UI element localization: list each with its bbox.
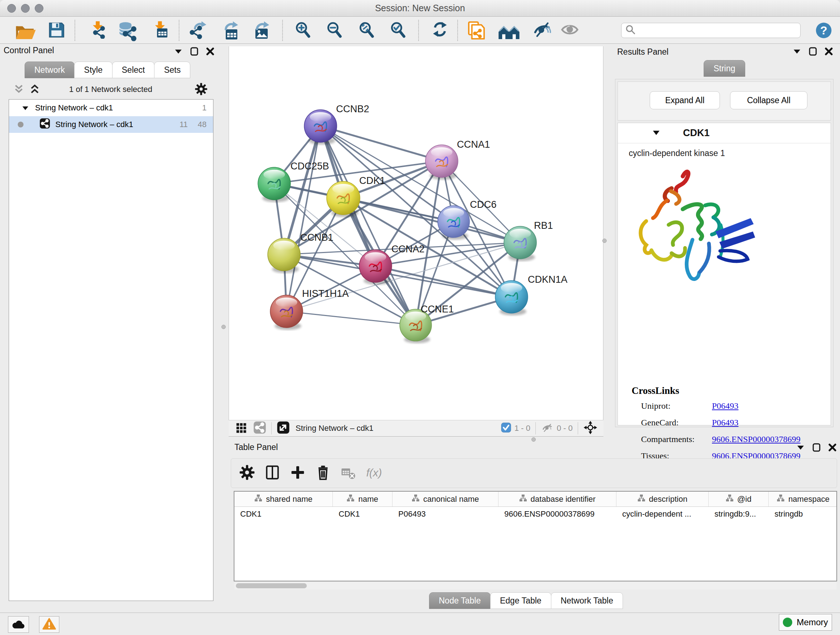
float-panel-icon[interactable] [190, 47, 198, 56]
string-home-button[interactable] [498, 21, 520, 41]
edge-CCNB2-CCNA1[interactable] [321, 126, 442, 161]
column-header-canonical-name[interactable]: canonical name [393, 492, 499, 507]
zoom-fit-button[interactable] [357, 21, 376, 41]
close-panel-icon[interactable] [206, 48, 214, 55]
zoom-out-icon [325, 35, 344, 41]
table-cell[interactable]: CDK1 [234, 507, 333, 521]
add-column-icon[interactable] [290, 464, 306, 482]
table-row[interactable]: CDK1CDK1P064939606.ENSP00000378699cyclin… [234, 507, 836, 521]
copy-network-button[interactable] [467, 21, 486, 41]
collapse-all-button[interactable]: Collapse All [730, 91, 807, 109]
export-image-button[interactable] [250, 21, 271, 41]
column-header-shared-name[interactable]: shared name [234, 492, 333, 507]
warning-icon [42, 618, 56, 631]
close-panel-icon[interactable] [825, 48, 833, 55]
crosslink-label: Uniprot: [641, 401, 712, 411]
import-table-button[interactable] [151, 21, 169, 41]
tab-edge-table[interactable]: Edge Table [490, 592, 551, 609]
network-row-selected[interactable]: String Network – cdk1 11 48 [9, 116, 213, 133]
node-HIST1H1A[interactable] [270, 295, 303, 330]
float-panel-icon[interactable] [813, 443, 821, 452]
table-cell[interactable]: cyclin-dependent ... [616, 507, 709, 521]
warning-status-button[interactable] [39, 616, 59, 633]
network-options-gear-icon[interactable] [195, 82, 208, 97]
collapse-panel-icon[interactable] [793, 49, 801, 54]
tree-expand-icon[interactable] [22, 103, 28, 112]
memory-button[interactable]: Memory [779, 614, 832, 631]
network-collection-row[interactable]: String Network – cdk1 1 [9, 100, 213, 116]
gene-header-row[interactable]: CDK1 [618, 123, 831, 143]
left-splitter-handle[interactable] [221, 325, 226, 329]
crosslink-link[interactable]: P06493 [712, 401, 738, 410]
edge-HIST1H1A-CCNE1[interactable] [286, 311, 416, 325]
refresh-network-button[interactable] [431, 21, 448, 41]
node-CDK1[interactable] [327, 181, 360, 217]
hidden-eye-icon[interactable] [541, 422, 554, 435]
search-input[interactable] [639, 26, 800, 35]
tab-style[interactable]: Style [74, 62, 112, 78]
node-CCNA1[interactable] [425, 145, 458, 180]
detach-view-icon[interactable] [277, 421, 290, 435]
node-table: shared namenamecanonical namedatabase id… [234, 491, 837, 581]
tab-sets[interactable]: Sets [154, 62, 190, 78]
pan-crosshair-icon[interactable] [583, 420, 598, 436]
collapse-panel-icon[interactable] [797, 445, 805, 450]
network-canvas[interactable]: CCNB2CCNA1CDC25BCDK1CDC6RB1CCNB1CCNA2CDK… [229, 46, 603, 420]
zoom-out-button[interactable] [325, 21, 344, 41]
table-cell[interactable]: stringdb:9... [709, 507, 769, 521]
toolbar-separator [457, 20, 458, 41]
table-cell[interactable]: CDK1 [333, 507, 393, 521]
right-splitter-handle[interactable] [602, 239, 607, 243]
node-RB1[interactable] [504, 226, 537, 261]
selected-counts: 1 - 0 [515, 424, 531, 433]
expand-all-button[interactable]: Expand All [650, 91, 720, 109]
column-header-database-identifier[interactable]: database identifier [499, 492, 616, 507]
zoom-in-button[interactable] [294, 21, 313, 41]
help-button[interactable]: ? [815, 21, 833, 41]
column-header-namespace[interactable]: namespace [769, 492, 837, 507]
zoom-selected-button[interactable] [389, 21, 408, 41]
node-CDC25B[interactable] [258, 167, 291, 202]
edge-CCNB2-HIST1H1A[interactable] [286, 126, 321, 311]
node-CDKN1A[interactable] [495, 280, 528, 315]
open-session-button[interactable] [14, 21, 37, 41]
table-cell[interactable]: 9606.ENSP00000378699 [499, 507, 616, 521]
node-CCNA2[interactable] [359, 250, 392, 285]
show-all-button[interactable] [561, 21, 579, 41]
column-header--id[interactable]: @id [709, 492, 769, 507]
bottom-splitter-handle[interactable] [531, 437, 536, 442]
table-cell[interactable]: stringdb [769, 507, 837, 521]
split-columns-icon[interactable] [264, 464, 280, 482]
collapse-panel-icon[interactable] [174, 49, 182, 54]
tab-network-table[interactable]: Network Table [551, 592, 623, 609]
close-panel-icon[interactable] [829, 443, 836, 451]
table-cell[interactable]: P06493 [393, 507, 499, 521]
node-CCNB1[interactable] [268, 238, 300, 273]
delete-column-icon[interactable] [315, 464, 331, 482]
crosslink-link[interactable]: P06493 [712, 418, 738, 427]
tab-select[interactable]: Select [112, 62, 155, 78]
table-horizontal-scrollbar[interactable] [234, 582, 836, 589]
titlebar: Session: New Session [0, 0, 840, 17]
cloud-status-button[interactable] [8, 616, 29, 633]
main-toolbar: ? [0, 17, 840, 44]
tab-node-table[interactable]: Node Table [429, 592, 491, 609]
selected-checkbox-icon[interactable] [501, 422, 512, 434]
import-network-button[interactable] [89, 21, 107, 41]
column-header-description[interactable]: description [616, 492, 709, 507]
scrollbar-thumb[interactable] [236, 583, 307, 588]
export-network-button[interactable] [189, 21, 208, 41]
column-header-name[interactable]: name [333, 492, 393, 507]
tab-network[interactable]: Network [25, 62, 74, 78]
export-table-button[interactable] [219, 21, 240, 41]
table-gear-icon[interactable] [239, 464, 255, 482]
save-session-button[interactable] [47, 21, 66, 41]
import-network-from-database-button[interactable] [117, 21, 138, 41]
gene-collapse-icon[interactable] [653, 130, 660, 137]
tab-string[interactable]: String [704, 60, 745, 77]
show-all-icon [561, 34, 579, 40]
birdseye-grid-icon[interactable] [235, 421, 248, 435]
float-panel-icon[interactable] [809, 47, 817, 56]
hide-selected-button[interactable] [533, 21, 551, 41]
network-view-icon[interactable] [253, 421, 266, 435]
